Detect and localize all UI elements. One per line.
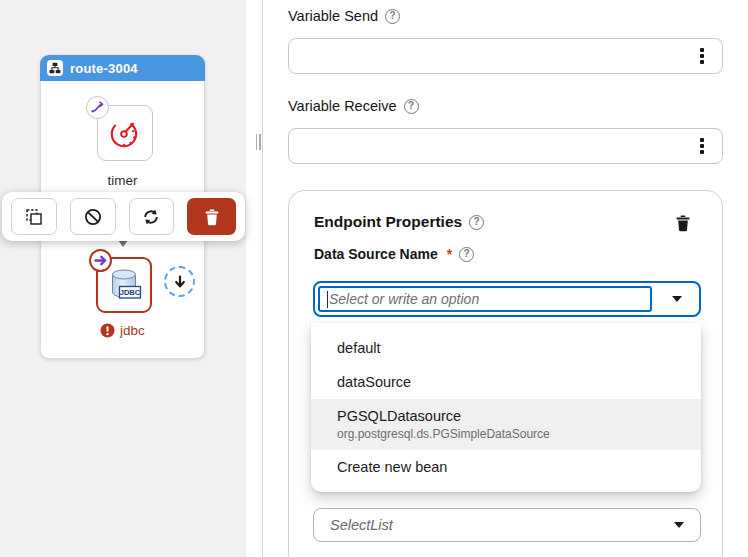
edge-arrow-icon: [118, 240, 128, 247]
kebab-icon: [700, 138, 703, 141]
disable-button[interactable]: [70, 198, 116, 235]
refresh-button[interactable]: [129, 198, 175, 235]
kebab-icon: [700, 48, 703, 51]
add-step-button[interactable]: [164, 266, 195, 297]
selectlist-dropdown[interactable]: SelectList: [313, 508, 701, 542]
combobox-toggle-button[interactable]: [655, 283, 699, 315]
variable-send-input[interactable]: [288, 38, 723, 74]
kebab-menu-button[interactable]: [689, 133, 715, 159]
ban-icon: [83, 207, 103, 227]
copy-button[interactable]: [11, 198, 57, 235]
timer-icon: [107, 115, 143, 151]
panel-divider: [262, 0, 263, 557]
route-title: route-3004: [70, 61, 138, 76]
flow-canvas[interactable]: route-3004: [0, 0, 246, 557]
route-icon: [47, 60, 63, 76]
datasource-label-row: Data Source Name * ?: [314, 246, 474, 262]
datasource-combobox: [313, 281, 701, 317]
remove-endpoint-button[interactable]: [673, 212, 693, 234]
variable-receive-label-row: Variable Receive ?: [288, 98, 419, 114]
menu-option-default[interactable]: default: [311, 331, 701, 365]
variable-send-label: Variable Send: [288, 8, 378, 24]
delete-button[interactable]: [187, 198, 236, 235]
trash-icon: [204, 208, 220, 226]
database-jdbc-icon: JDBC: [105, 266, 143, 304]
jdbc-node-label: jdbc: [120, 323, 145, 338]
menu-option-datasource[interactable]: dataSource: [311, 365, 701, 399]
arrow-down-icon: [172, 274, 188, 290]
shuffle-badge-icon: [86, 96, 109, 119]
timer-node-label: timer: [41, 173, 204, 188]
variable-send-field-wrap: [288, 38, 723, 74]
endpoint-properties-header: Endpoint Properties ?: [314, 213, 484, 231]
splitter-handle[interactable]: [253, 131, 263, 153]
help-icon[interactable]: ?: [404, 99, 419, 114]
jdbc-node-label-row: jdbc: [41, 323, 204, 338]
combobox-input-box: [318, 286, 652, 312]
node-toolbar: [2, 192, 245, 241]
arrow-right-badge-icon: [89, 249, 112, 272]
jdbc-icon-text: JDBC: [120, 288, 141, 297]
route-header[interactable]: route-3004: [40, 55, 205, 81]
kebab-menu-button[interactable]: [689, 43, 715, 69]
error-exclamation-icon: [100, 323, 115, 338]
help-icon[interactable]: ?: [459, 247, 474, 262]
variable-receive-label: Variable Receive: [288, 98, 397, 114]
datasource-dropdown-menu: default dataSource PGSQLDatasource org.p…: [311, 323, 701, 492]
variable-receive-field-wrap: [288, 128, 723, 164]
caret-down-icon: [672, 296, 682, 302]
help-icon[interactable]: ?: [385, 9, 400, 24]
menu-option-pgsqldatasource[interactable]: PGSQLDatasource org.postgresql.ds.PGSimp…: [311, 399, 701, 450]
datasource-label: Data Source Name: [314, 246, 438, 262]
endpoint-properties-title: Endpoint Properties: [314, 213, 462, 231]
variable-send-label-row: Variable Send ?: [288, 8, 400, 24]
datasource-typeahead-input[interactable]: [328, 291, 650, 307]
help-icon[interactable]: ?: [469, 215, 484, 230]
option-description: org.postgresql.ds.PGSimpleDataSource: [337, 427, 685, 441]
variable-receive-input[interactable]: [288, 128, 723, 164]
caret-down-icon: [674, 522, 684, 528]
endpoint-properties-card: Endpoint Properties ? Data Source Name *…: [288, 190, 723, 557]
required-marker: *: [447, 246, 452, 262]
copy-icon: [24, 207, 44, 227]
app-window: route-3004: [0, 0, 748, 557]
menu-option-create-new-bean[interactable]: Create new bean: [311, 450, 701, 484]
selectlist-placeholder: SelectList: [330, 517, 674, 533]
trash-icon: [675, 214, 691, 232]
refresh-icon: [141, 207, 161, 227]
